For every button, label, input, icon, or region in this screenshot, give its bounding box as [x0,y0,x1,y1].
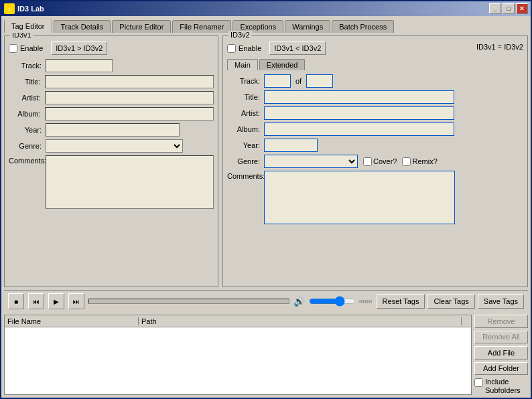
window-title: ID3 Lab [17,5,44,13]
remix-label: Remix? [402,157,437,166]
id3v1-eq-id3v2-label: ID3v1 = ID3v2 [476,43,523,51]
id3v2-artist-label: Artist: [227,109,264,117]
file-list-area: File Name Path Remove Remove All Add Fil… [4,315,528,395]
id3v1-genre-row: Genre: [9,139,214,153]
tag-buttons: Reset Tags Clear Tags Save Tags [377,294,524,309]
id3v1-comments-textarea[interactable] [46,155,214,209]
id3v1-artist-label: Artist: [9,94,45,102]
id3v1-track-row: Track: [9,59,214,72]
id3v1-track-input[interactable] [46,59,113,72]
tick-marks: ||||||||||||| [358,299,372,303]
col-filename: File Name [5,317,139,325]
include-subfolders-area: IncludeSubfolders [474,378,528,395]
id3v2-year-input[interactable] [264,139,318,152]
app-icon: ♪ [4,3,15,14]
id3v2-album-row: Album: [227,123,523,136]
cover-label: Cover? [363,157,397,166]
save-tags-button[interactable]: Save Tags [478,294,524,309]
id3v2-enable-area: Enable ID3v1 < ID3v2 ID3v1 = ID3v2 [227,42,523,55]
id3v2-artist-input[interactable] [264,106,454,120]
id3v1-genre-select[interactable] [46,139,183,153]
content-area: ID3v1 Enable ID3v1 > ID3v2 Track: Title:… [1,33,531,398]
tab-picture-editor[interactable]: Picture Editor [112,20,171,33]
id3v1-enable-label: Enable [20,44,43,52]
id3v2-title-row: Title: [227,90,523,104]
play-button[interactable]: ▶ [48,293,64,309]
id3v2-genre-label: Genre: [227,157,264,165]
id3v2-genre-select[interactable] [264,155,358,168]
tab-batch-process[interactable]: Batch Process [332,20,394,33]
panels: ID3v1 Enable ID3v1 > ID3v2 Track: Title:… [4,35,528,287]
tab-warnings[interactable]: Warnings [285,20,330,33]
id3v2-enable-label: Enable [239,44,261,52]
id3v2-artist-row: Artist: [227,106,523,120]
inner-tabs: Main Extended [227,59,523,70]
id3v1-title-row: Title: [9,75,214,88]
id3v1-year-row: Year: [9,123,214,137]
id3v2-track-input[interactable] [264,74,291,88]
inner-tab-main[interactable]: Main [227,59,258,70]
id3v1-to-id3v2-button[interactable]: ID3v1 > ID3v2 [51,42,107,55]
include-subfolders-label: IncludeSubfolders [485,378,521,395]
id3v2-album-label: Album: [227,125,264,133]
id3v2-year-label: Year: [227,141,264,149]
add-file-button[interactable]: Add File [474,346,528,360]
id3v1-track-label: Track: [9,62,46,70]
stop-button[interactable]: ■ [8,293,24,309]
id3v1-enable-area: Enable ID3v1 > ID3v2 [9,42,214,55]
col-path: Path [139,317,462,325]
add-folder-button[interactable]: Add Folder [474,362,528,376]
id3v1-album-input[interactable] [45,107,214,121]
side-buttons: Remove Remove All Add File Add Folder In… [474,315,528,395]
id3v2-genre-row: Genre: Cover? Remix? [227,155,523,168]
id3v2-year-row: Year: [227,139,523,152]
seek-bar[interactable] [88,299,289,304]
volume-slider[interactable] [309,296,356,307]
id3v2-panel: ID3v2 Enable ID3v1 < ID3v2 ID3v1 = ID3v2… [222,35,528,287]
id3v2-track-row: Track: of [227,74,523,88]
main-window: ♪ ID3 Lab _ □ ✕ Tag Editor Track Details… [0,0,532,399]
id3v1-comments-label: Comments: [9,155,46,165]
id3v2-of-label: of [293,77,304,85]
id3v1-genre-label: Genre: [9,142,46,150]
close-button[interactable]: ✕ [516,3,528,14]
id3v2-comments-row: Comments: [227,171,523,224]
id3v1-enable-checkbox[interactable] [9,44,17,53]
remove-button[interactable]: Remove [474,315,528,328]
tab-track-details[interactable]: Track Details [54,20,111,33]
id3v2-label: ID3v2 [228,31,252,39]
id3v1-artist-input[interactable] [45,91,214,104]
id3v2-album-input[interactable] [264,123,454,136]
next-button[interactable]: ⏭ [68,293,84,309]
maximize-button[interactable]: □ [503,3,515,14]
inner-tab-extended[interactable]: Extended [259,59,305,70]
include-subfolders-checkbox[interactable] [474,378,483,387]
file-list-body[interactable] [5,327,471,394]
prev-button[interactable]: ⏮ [28,293,44,309]
file-list-table: File Name Path [4,315,472,395]
reset-tags-button[interactable]: Reset Tags [377,294,425,309]
id3v1-year-label: Year: [9,126,46,134]
id3v1-comments-row: Comments: [9,155,214,209]
id3v2-track-of-input[interactable] [306,74,333,88]
minimize-button[interactable]: _ [489,3,501,14]
tab-tag-editor[interactable]: Tag Editor [4,19,52,33]
id3v2-to-id3v1-button[interactable]: ID3v1 < ID3v2 [269,42,326,55]
transport-bar: ■ ⏮ ▶ ⏭ 🔊 ||||||||||||| [4,290,528,312]
title-bar-left: ♪ ID3 Lab [4,3,44,14]
clear-tags-button[interactable]: Clear Tags [427,294,474,309]
id3v2-title-input[interactable] [264,90,454,104]
id3v2-track-label: Track: [227,77,264,85]
id3v1-title-input[interactable] [45,75,214,88]
id3v1-year-input[interactable] [46,123,180,137]
cover-checkbox[interactable] [363,157,372,166]
remove-all-button[interactable]: Remove All [474,331,528,344]
id3v2-enable-checkbox[interactable] [227,44,236,53]
id3v2-comments-label: Comments: [227,171,264,180]
tab-file-renamer[interactable]: File Renamer [172,20,231,33]
file-list-header: File Name Path [5,315,471,327]
remix-checkbox[interactable] [402,157,411,166]
id3v2-comments-textarea[interactable] [264,171,455,224]
id3v1-artist-row: Artist: [9,91,214,104]
id3v1-album-row: Album: [9,107,214,121]
